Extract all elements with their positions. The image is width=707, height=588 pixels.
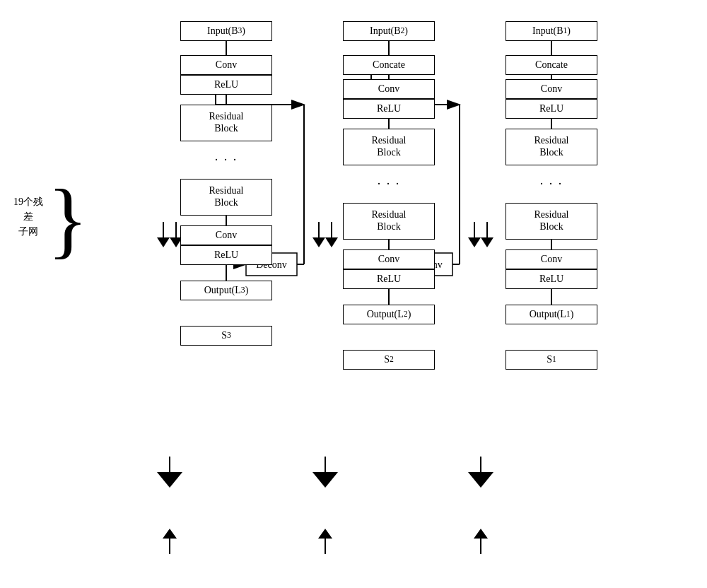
residual-block-1-top: Residual Block: [506, 129, 597, 165]
label-19-container: 19个残差 子网 }: [11, 177, 88, 256]
diagram-container: Deconv Deconv: [0, 0, 707, 588]
output-l1: Output(L1): [506, 305, 597, 324]
relu-1-2: ReLU: [506, 269, 597, 289]
pre-output-line-2: [388, 289, 390, 305]
conv-1-2: Conv: [506, 249, 597, 269]
arrow-relu-2-1: [388, 119, 390, 129]
pre-output-line-3: [226, 265, 227, 281]
svg-marker-37: [474, 529, 488, 539]
dots-1: · · ·: [540, 177, 563, 192]
conv-2-2: Conv: [343, 249, 435, 269]
arrow-resblock-3: [226, 216, 227, 225]
relu-2-1: ReLU: [343, 99, 435, 119]
conv-3-2: Conv: [180, 225, 272, 245]
svg-marker-27: [157, 472, 182, 488]
concate-2: Concate: [343, 55, 435, 75]
pre-output-line-1: [551, 289, 552, 305]
relu-2-2: ReLU: [343, 269, 435, 289]
arrow-resblock-1: [551, 240, 552, 249]
svg-marker-29: [312, 472, 338, 488]
column-3: Input(B3) Conv ReLU Residual Block · · ·…: [173, 21, 279, 370]
residual-block-3-bot: Residual Block: [180, 179, 272, 216]
arrow-relu-1-1: [551, 119, 552, 129]
column-2: Input(B2) Concate Conv ReLU Residual Blo…: [336, 21, 442, 370]
output-l2: Output(L2): [343, 305, 435, 324]
output-l3: Output(L3): [180, 281, 272, 300]
column-1: Input(B1) Concate Conv ReLU Residual Blo…: [498, 21, 604, 370]
conv-1-1: Conv: [506, 79, 597, 99]
relu-1-1: ReLU: [506, 99, 597, 119]
columns-container: Input(B3) Conv ReLU Residual Block · · ·…: [173, 21, 604, 370]
svg-marker-16: [157, 237, 170, 247]
brace-symbol: }: [47, 184, 88, 256]
conv-3-1: Conv: [180, 55, 272, 75]
arrow-input-b3: [226, 41, 227, 55]
relu-3-2: ReLU: [180, 245, 272, 265]
dots-2: · · ·: [378, 177, 401, 192]
dots-3: · · ·: [215, 153, 238, 167]
s3: S3: [180, 326, 272, 346]
arrow-input-b1: [551, 41, 552, 55]
residual-block-2-bot: Residual Block: [343, 203, 435, 240]
arrow-input-b2: [388, 41, 390, 55]
residual-block-1-bot: Residual Block: [506, 203, 597, 240]
svg-marker-31: [468, 472, 493, 488]
concate-1: Concate: [506, 55, 597, 75]
input-b1: Input(B1): [506, 21, 597, 41]
s2: S2: [343, 350, 435, 370]
conv-2-1: Conv: [343, 79, 435, 99]
label-19-text: 19个残差 子网: [11, 194, 46, 239]
arrow-resblock-2: [388, 240, 390, 249]
residual-block-3-top: Residual Block: [180, 105, 272, 141]
residual-block-2-top: Residual Block: [343, 129, 435, 165]
arrow-relu-3-1: [226, 95, 227, 105]
svg-marker-35: [318, 529, 332, 539]
input-b3: Input(B3): [180, 21, 272, 41]
s1: S1: [506, 350, 597, 370]
input-b2: Input(B2): [343, 21, 435, 41]
relu-3-1: ReLU: [180, 75, 272, 95]
svg-marker-33: [163, 529, 177, 539]
